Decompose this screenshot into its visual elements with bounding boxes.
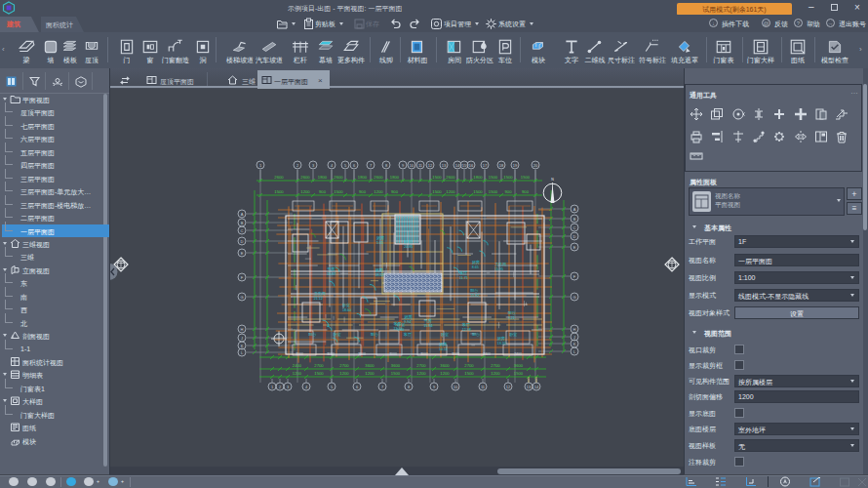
- svg-text:书房: 书房: [424, 318, 432, 323]
- svg-text:14: 14: [455, 163, 460, 168]
- svg-text:1500: 1500: [473, 189, 483, 194]
- svg-text:2400: 2400: [293, 363, 302, 368]
- svg-text:12: 12: [506, 385, 511, 389]
- svg-text:900: 900: [522, 189, 530, 194]
- svg-text:卧室: 卧室: [441, 332, 449, 337]
- svg-text:2700: 2700: [464, 363, 474, 368]
- svg-text:1200: 1200: [440, 371, 450, 376]
- svg-text:8.65: 8.65: [472, 265, 479, 269]
- svg-text:厨房: 厨房: [497, 336, 505, 341]
- svg-text:3000: 3000: [420, 352, 428, 356]
- svg-text:阳台: 阳台: [470, 288, 478, 293]
- svg-text:1500: 1500: [314, 371, 324, 376]
- svg-text:8: 8: [408, 385, 411, 389]
- svg-text:1500: 1500: [514, 371, 524, 376]
- svg-text:2400: 2400: [483, 352, 491, 356]
- svg-text:3000: 3000: [327, 352, 335, 356]
- svg-text:4: 4: [305, 385, 308, 389]
- svg-text:15: 15: [462, 163, 467, 168]
- svg-text:F: F: [241, 275, 244, 280]
- svg-text:10.87: 10.87: [327, 272, 335, 276]
- svg-text:L: L: [573, 349, 576, 354]
- svg-text:900: 900: [391, 189, 399, 194]
- svg-text:1800: 1800: [318, 175, 328, 180]
- svg-text:L: L: [241, 350, 244, 355]
- svg-text:J: J: [241, 336, 243, 341]
- svg-text:阳台: 阳台: [508, 310, 516, 315]
- svg-text:1500: 1500: [503, 175, 513, 180]
- svg-text:1500: 1500: [432, 175, 442, 180]
- svg-text:G: G: [240, 295, 243, 300]
- svg-text:11.75: 11.75: [459, 276, 468, 280]
- svg-text:1200: 1200: [416, 371, 426, 376]
- svg-text:B: B: [241, 221, 244, 225]
- svg-text:3: 3: [287, 385, 290, 389]
- svg-text:J: J: [573, 335, 575, 340]
- svg-text:3000: 3000: [452, 352, 459, 356]
- svg-text:E: E: [573, 245, 576, 250]
- svg-text:阳台: 阳台: [308, 332, 316, 337]
- svg-text:1200: 1200: [491, 371, 500, 376]
- svg-text:C: C: [241, 228, 244, 233]
- svg-text:18.22: 18.22: [375, 273, 383, 277]
- svg-text:3000: 3000: [389, 352, 397, 356]
- svg-text:3600: 3600: [440, 363, 450, 368]
- svg-text:阳台: 阳台: [472, 332, 480, 337]
- svg-text:14: 14: [534, 385, 539, 389]
- svg-text:9.21: 9.21: [508, 316, 515, 320]
- svg-text:5.65: 5.65: [376, 241, 383, 245]
- svg-text:2700: 2700: [339, 363, 349, 368]
- svg-text:13: 13: [442, 163, 447, 168]
- svg-text:9: 9: [402, 163, 405, 168]
- svg-text:18: 18: [499, 163, 504, 168]
- svg-text:厨房: 厨房: [375, 267, 382, 272]
- svg-text:卧室: 卧室: [509, 332, 517, 337]
- svg-text:卧室: 卧室: [334, 332, 341, 337]
- svg-text:G: G: [572, 295, 575, 300]
- svg-text:1800: 1800: [390, 175, 400, 180]
- svg-text:9: 9: [433, 385, 436, 389]
- svg-text:2600: 2600: [274, 175, 284, 180]
- svg-text:1500: 1500: [489, 175, 498, 180]
- svg-text:3: 3: [312, 163, 315, 168]
- svg-text:7: 7: [370, 163, 373, 168]
- svg-text:6: 6: [356, 385, 359, 389]
- svg-text:2700: 2700: [314, 363, 324, 368]
- svg-text:3600: 3600: [358, 352, 366, 356]
- svg-text:1200: 1200: [339, 371, 349, 376]
- svg-text:2600: 2600: [334, 175, 343, 180]
- svg-text:卧室: 卧室: [404, 239, 412, 244]
- svg-text:1500: 1500: [521, 175, 531, 180]
- svg-text:A: A: [573, 207, 576, 212]
- svg-text:12: 12: [428, 163, 433, 168]
- svg-text:1200: 1200: [446, 189, 455, 194]
- svg-text:阳台: 阳台: [371, 332, 378, 337]
- svg-text:6: 6: [353, 163, 356, 168]
- svg-text:1500: 1500: [432, 189, 442, 194]
- svg-text:1200: 1200: [365, 371, 375, 376]
- svg-text:F: F: [573, 274, 576, 279]
- svg-text:1200: 1200: [300, 189, 310, 194]
- svg-text:2: 2: [296, 163, 299, 168]
- svg-text:1500: 1500: [391, 371, 401, 376]
- svg-text:2: 2: [279, 385, 282, 389]
- svg-text:A: A: [241, 212, 244, 217]
- svg-text:D: D: [241, 239, 244, 244]
- svg-text:1800: 1800: [473, 175, 483, 180]
- svg-text:3000: 3000: [296, 352, 303, 356]
- svg-text:8: 8: [385, 163, 388, 168]
- svg-text:卧室: 卧室: [342, 303, 350, 307]
- svg-text:20.85: 20.85: [404, 245, 413, 249]
- svg-text:16: 16: [469, 163, 474, 168]
- svg-text:900: 900: [505, 189, 513, 194]
- svg-text:H: H: [573, 327, 576, 332]
- svg-text:客厅: 客厅: [404, 332, 412, 337]
- svg-text:13: 13: [527, 385, 532, 389]
- svg-text:7: 7: [381, 385, 384, 389]
- svg-text:15.95: 15.95: [494, 267, 503, 271]
- svg-text:K: K: [573, 342, 576, 346]
- svg-text:10: 10: [454, 385, 458, 389]
- svg-text:21.12: 21.12: [314, 297, 323, 301]
- svg-text:厨房: 厨房: [404, 314, 412, 319]
- svg-text:厨房: 厨房: [376, 235, 384, 240]
